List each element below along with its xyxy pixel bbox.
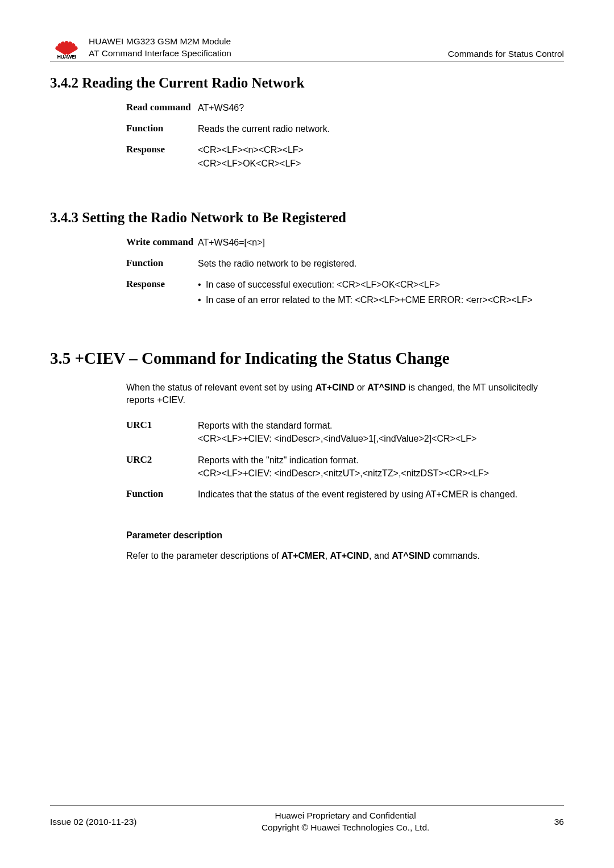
header-product-line: HUAWEI MG323 GSM M2M Module xyxy=(89,36,448,48)
label-response: Response xyxy=(126,143,198,169)
urc1-line-2: <CR><LF>+CIEV: <indDescr>,<indValue>1[,<… xyxy=(198,432,564,445)
footer-page-number: 36 xyxy=(554,817,564,827)
urc2-line-1: Reports with the "nitz" indication forma… xyxy=(198,454,564,467)
value-function-3: Indicates that the status of the event r… xyxy=(198,488,564,501)
param-sep-2: , and xyxy=(369,551,392,560)
footer-center: Huawei Proprietary and Confidential Copy… xyxy=(262,810,429,834)
param-bold-3: AT^SIND xyxy=(392,551,430,560)
value-response-2: In case of successful execution: <CR><LF… xyxy=(198,278,564,309)
header-section-title: Commands for Status Control xyxy=(448,49,564,60)
intro-text-1: When the status of relevant event set by… xyxy=(126,383,316,392)
footer-proprietary: Huawei Proprietary and Confidential xyxy=(262,810,429,822)
label-function-3: Function xyxy=(126,488,198,501)
page-footer: Issue 02 (2010-11-23) Huawei Proprietary… xyxy=(50,805,564,834)
logo-text: HUAWEI xyxy=(57,54,76,60)
response-bullet-2: In case of an error related to the MT: <… xyxy=(198,293,564,306)
urc2-line-2: <CR><LF>+CIEV: <indDescr>,<nitzUT>,<nitz… xyxy=(198,467,564,480)
footer-copyright: Copyright © Huawei Technologies Co., Ltd… xyxy=(262,822,429,834)
value-response: <CR><LF><n><CR><LF> <CR><LF>OK<CR><LF> xyxy=(198,143,564,169)
label-function-2: Function xyxy=(126,257,198,270)
parameter-description-text: Refer to the parameter descriptions of A… xyxy=(126,550,564,562)
huawei-logo: HUAWEI xyxy=(50,31,83,60)
heading-3-4-3: 3.4.3 Setting the Radio Network to Be Re… xyxy=(50,210,564,226)
label-function: Function xyxy=(126,122,198,135)
parameter-description-heading: Parameter description xyxy=(126,530,564,541)
param-bold-2: AT+CIND xyxy=(330,551,370,560)
urc1-line-1: Reports with the standard format. xyxy=(198,419,564,432)
section-3-4-2: 3.4.2 Reading the Current Radio Network … xyxy=(50,75,564,170)
label-response-2: Response xyxy=(126,278,198,309)
value-write-command: AT+WS46=[<n>] xyxy=(198,236,564,249)
intro-bold-2: AT^SIND xyxy=(367,383,406,392)
param-text-1: Refer to the parameter descriptions of xyxy=(126,551,281,560)
heading-3-4-2: 3.4.2 Reading the Current Radio Network xyxy=(50,75,564,91)
heading-3-5: 3.5 +CIEV – Command for Indicating the S… xyxy=(50,349,564,368)
header-left-text: HUAWEI MG323 GSM M2M Module AT Command I… xyxy=(89,36,448,60)
response-bullet-1: In case of successful execution: <CR><LF… xyxy=(198,278,564,291)
param-text-2: commands. xyxy=(430,551,480,560)
param-bold-1: AT+CMER xyxy=(281,551,325,560)
response-line-1: <CR><LF><n><CR><LF> xyxy=(198,143,564,156)
label-write-command: Write command xyxy=(126,236,198,249)
section-3-5: 3.5 +CIEV – Command for Indicating the S… xyxy=(50,349,564,563)
logo-icon xyxy=(55,36,78,53)
section-3-5-intro: When the status of relevant event set by… xyxy=(126,381,564,407)
footer-issue: Issue 02 (2010-11-23) xyxy=(50,817,137,827)
header-doc-line: AT Command Interface Specification xyxy=(89,48,448,60)
response-line-2: <CR><LF>OK<CR><LF> xyxy=(198,157,564,170)
value-function: Reads the current radio network. xyxy=(198,122,564,135)
value-urc2: Reports with the "nitz" indication forma… xyxy=(198,454,564,480)
value-urc1: Reports with the standard format. <CR><L… xyxy=(198,419,564,445)
label-read-command: Read command xyxy=(126,101,198,114)
label-urc1: URC1 xyxy=(126,419,198,445)
section-3-4-3: 3.4.3 Setting the Radio Network to Be Re… xyxy=(50,210,564,309)
page-header: HUAWEI HUAWEI MG323 GSM M2M Module AT Co… xyxy=(50,31,564,61)
intro-bold-1: AT+CIND xyxy=(316,383,355,392)
value-function-2: Sets the radio network to be registered. xyxy=(198,257,564,270)
param-sep-1: , xyxy=(325,551,330,560)
intro-text-2: or xyxy=(354,383,367,392)
value-read-command: AT+WS46? xyxy=(198,101,564,114)
label-urc2: URC2 xyxy=(126,454,198,480)
